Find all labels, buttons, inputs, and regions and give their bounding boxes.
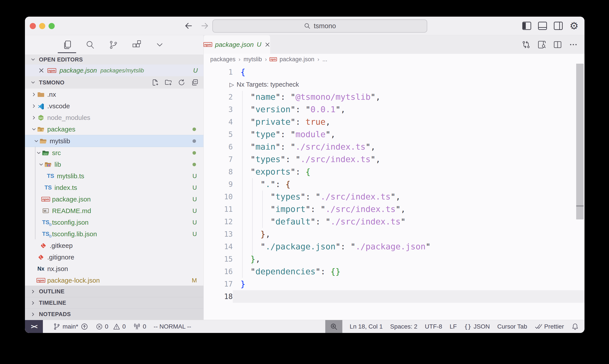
- tree-item-lib[interactable]: lib: [25, 159, 203, 170]
- line-number: 17: [204, 278, 233, 290]
- encoding-button[interactable]: UTF-8: [425, 323, 442, 330]
- git-status-badge: U: [193, 231, 197, 238]
- code-line-13[interactable]: 13 },: [204, 228, 584, 240]
- git-status-dot: [193, 151, 196, 155]
- branch-status-button[interactable]: main*: [53, 323, 88, 331]
- code-line-18[interactable]: 18: [204, 290, 584, 303]
- tree-item-nx-json[interactable]: Nxnx.json: [25, 263, 203, 274]
- remote-indicator-button[interactable]: ><: [25, 320, 43, 333]
- formatter-button[interactable]: Prettier: [535, 323, 564, 330]
- tree-item-package-json[interactable]: npmpackage.jsonU: [25, 193, 203, 205]
- new-folder-button[interactable]: [165, 78, 172, 86]
- codelens-nx-targets[interactable]: ▷Nx Targets: typecheck: [204, 78, 584, 91]
- minimize-window-button[interactable]: [39, 23, 45, 29]
- code-line-15[interactable]: 15 },: [204, 253, 584, 265]
- new-file-button[interactable]: [151, 78, 159, 86]
- code-line-14[interactable]: 14 "./package.json": "./package.json": [204, 240, 584, 253]
- collapse-folders-button[interactable]: [191, 78, 199, 86]
- close-icon[interactable]: [39, 68, 44, 73]
- code-line-8[interactable]: 8 "exports": {: [204, 166, 584, 178]
- code-line-17[interactable]: 17}: [204, 278, 584, 290]
- code-line-11[interactable]: 11 "import": "./src/index.ts",: [204, 203, 584, 215]
- toggle-secondary-sidebar-button[interactable]: [553, 21, 563, 31]
- tree-item-packages[interactable]: packages: [25, 123, 203, 135]
- tree-item-package-lock-json[interactable]: npmpackage-lock.jsonM: [25, 274, 203, 286]
- close-window-button[interactable]: [30, 23, 36, 29]
- indentation-button[interactable]: Spaces: 2: [390, 323, 418, 330]
- tree-item--gitkeep[interactable]: .gitkeep: [25, 240, 203, 251]
- navigate-forward-button[interactable]: [200, 21, 209, 31]
- activity-search-button[interactable]: [83, 37, 97, 53]
- vim-mode-indicator[interactable]: -- NORMAL --: [154, 323, 191, 330]
- code-line-10[interactable]: 10 "types": "./src/index.ts",: [204, 191, 584, 203]
- screenshot-zoom-button[interactable]: [325, 320, 342, 333]
- npm-file-icon: npm: [270, 55, 276, 64]
- notepads-section-header[interactable]: NOTEPADS: [25, 308, 203, 320]
- code-line-3[interactable]: 3 "version": "0.0.1",: [204, 103, 584, 116]
- tree-item-mytslib-ts[interactable]: TSmytslib.tsU: [25, 170, 203, 182]
- tree-item--gitignore[interactable]: .gitignore: [25, 251, 203, 263]
- open-editor-item-package-json[interactable]: npm package.json packages/mytslib U: [25, 65, 203, 76]
- navigate-back-button[interactable]: [184, 21, 193, 31]
- toggle-primary-sidebar-button[interactable]: [521, 21, 532, 31]
- tree-item-src[interactable]: </>src: [25, 147, 203, 159]
- command-center-search[interactable]: tsmono: [212, 19, 427, 33]
- timeline-section-header[interactable]: TIMELINE: [25, 297, 203, 308]
- settings-button[interactable]: ⚙: [569, 21, 579, 31]
- code-editor[interactable]: 1{▷Nx Targets: typecheck2 "name": "@tsmo…: [204, 65, 584, 320]
- tree-item--nx[interactable]: .nx: [25, 89, 203, 100]
- tree-item-readme-md[interactable]: M↓README.mdU: [25, 205, 203, 217]
- tree-item-label: package-lock.json: [47, 277, 100, 284]
- problems-status-button[interactable]: 0 0: [96, 323, 126, 330]
- code-line-12[interactable]: 12 "default": "./src/index.ts": [204, 215, 584, 228]
- eol-button[interactable]: LF: [450, 323, 457, 330]
- zoom-window-button[interactable]: [49, 23, 55, 29]
- tree-item-label: lib: [54, 161, 61, 168]
- language-mode-button[interactable]: {} JSON: [464, 323, 490, 330]
- split-editor-icon[interactable]: [553, 40, 562, 49]
- code-line-6[interactable]: 6 "main": "./src/index.ts",: [204, 141, 584, 153]
- git-status-dot: [193, 163, 196, 166]
- activity-source-control-button[interactable]: [106, 37, 120, 53]
- tree-item-node-modules[interactable]: npmnode_modules: [25, 112, 203, 123]
- tree-item-tsconfig-lib-json[interactable]: TS⚙tsconfig.lib.jsonU: [25, 228, 203, 240]
- explorer-section-header[interactable]: TSMONO: [25, 76, 203, 89]
- breadcrumb-item[interactable]: package.json: [280, 56, 314, 63]
- cursor-position-button[interactable]: Ln 18, Col 1: [350, 323, 383, 330]
- open-editors-header[interactable]: OPEN EDITORS: [25, 54, 203, 65]
- folder-closed-icon: [37, 90, 45, 99]
- activity-explorer-button[interactable]: [60, 37, 74, 53]
- code-line-16[interactable]: 16 "dependencies": {}: [204, 265, 584, 278]
- activity-more-button[interactable]: [153, 37, 167, 53]
- code-line-9[interactable]: 9 ".": {: [204, 178, 584, 191]
- code-line-4[interactable]: 4 "private": true,: [204, 116, 584, 128]
- more-actions-icon[interactable]: [569, 40, 578, 49]
- code-line-1[interactable]: 1{: [204, 66, 584, 78]
- breadcrumb-item[interactable]: mytslib: [244, 56, 262, 63]
- tab-package-json[interactable]: npm package.json U: [204, 35, 271, 54]
- tree-item-label: README.md: [52, 207, 91, 215]
- code-line-2[interactable]: 2 "name": "@tsmono/mytslib",: [204, 91, 584, 103]
- breadcrumb-item[interactable]: packages: [210, 56, 236, 63]
- toggle-panel-button[interactable]: [537, 21, 548, 31]
- tree-item-mytslib[interactable]: mytslib: [25, 135, 203, 147]
- open-changes-icon[interactable]: [521, 40, 531, 49]
- cursor-tab-button[interactable]: Cursor Tab: [497, 323, 527, 330]
- tsgear-icon: TS⚙: [41, 230, 50, 238]
- tree-item-label: nx.json: [47, 265, 68, 273]
- refresh-explorer-button[interactable]: [178, 78, 185, 86]
- tree-item-index-ts[interactable]: TSindex.tsU: [25, 182, 203, 193]
- ports-status-button[interactable]: 0: [133, 323, 146, 330]
- code-line-7[interactable]: 7 "types": "./src/index.ts",: [204, 153, 584, 166]
- tree-indent-guide: [35, 147, 35, 239]
- search-editor-icon[interactable]: [537, 40, 546, 49]
- activity-extensions-button[interactable]: [130, 37, 143, 53]
- tree-item-tsconfig-json[interactable]: TS⚙tsconfig.jsonU: [25, 217, 203, 228]
- outline-section-header[interactable]: OUTLINE: [25, 286, 203, 297]
- close-tab-icon[interactable]: [264, 41, 270, 48]
- editor-scrollbar[interactable]: [576, 64, 584, 220]
- breadcrumb-item[interactable]: ...: [323, 56, 327, 63]
- notifications-bell-button[interactable]: [571, 323, 579, 330]
- code-line-5[interactable]: 5 "type": "module",: [204, 128, 584, 141]
- tree-item--vscode[interactable]: .vscode: [25, 100, 203, 112]
